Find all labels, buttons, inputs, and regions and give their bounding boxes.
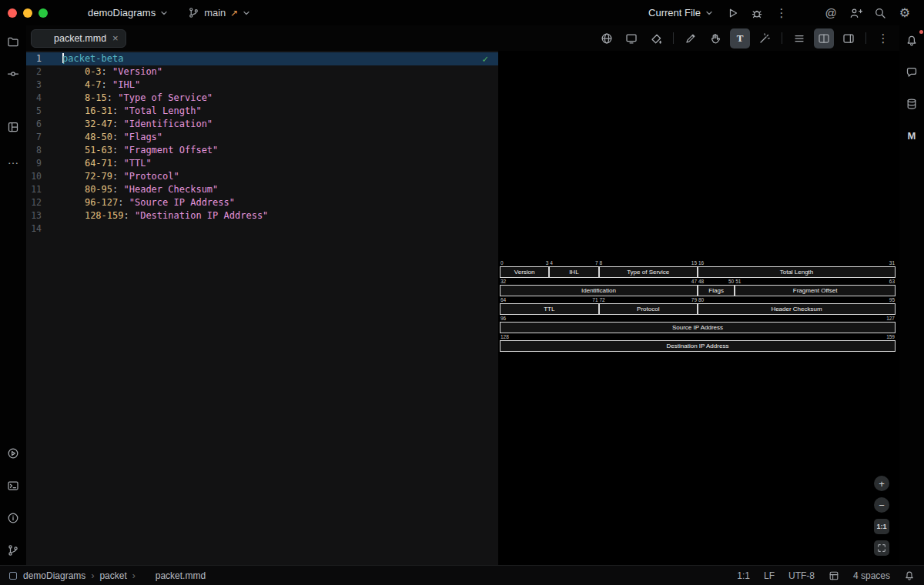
commit-panel-button[interactable] [3, 64, 23, 84]
layout-widget[interactable] [829, 570, 839, 581]
code-text: 51-63: "Fragment Offset" [42, 144, 498, 157]
breadcrumb-item[interactable]: packet [99, 570, 126, 581]
minimize-window-button[interactable] [23, 8, 32, 18]
code-line[interactable]: 12 96-127: "Source IP Address" [26, 196, 498, 209]
gear-icon: ⚙ [899, 7, 910, 19]
close-window-button[interactable] [8, 8, 17, 18]
problems-panel-button[interactable] [3, 508, 23, 528]
zoom-fit-button[interactable] [874, 540, 889, 556]
code-line[interactable]: 13 128-159: "Destination IP Address" [26, 209, 498, 222]
code-text: 64-71: "TTL" [42, 157, 498, 170]
code-line[interactable]: 7 48-50: "Flags" [26, 131, 498, 144]
code-line[interactable]: 6 32-47: "Identification" [26, 118, 498, 131]
code-line[interactable]: 5 16-31: "Total Length" [26, 105, 498, 118]
split-view-button[interactable] [814, 28, 834, 48]
caret-position-widget[interactable]: 1:1 [737, 570, 750, 581]
bit-start-label: 4 [550, 260, 553, 266]
plus-icon: + [879, 478, 885, 490]
mentions-button[interactable]: @ [821, 3, 841, 23]
debug-button[interactable] [747, 3, 767, 23]
breadcrumb[interactable]: demoDiagrams›packet› packet.mmd [23, 570, 206, 581]
zoom-actual-button[interactable]: 1:1 [874, 519, 889, 534]
edit-tool-button[interactable] [681, 28, 701, 48]
breadcrumb-separator: › [132, 570, 136, 581]
structure-panel-button[interactable] [3, 117, 23, 137]
source-view-button[interactable] [789, 28, 809, 48]
paint-bucket-icon [650, 32, 662, 45]
database-panel-button[interactable] [902, 94, 922, 114]
code-line[interactable]: 8 51-63: "Fragment Offset" [26, 144, 498, 157]
bit-labels-row: 324748505163 [500, 279, 896, 285]
ai-chat-panel-button[interactable] [902, 62, 922, 82]
bit-label-segment: 47 [549, 260, 598, 266]
globe-icon [601, 32, 613, 45]
theme-button[interactable] [597, 28, 617, 48]
editor-lines: 1packet-beta✓2 0-3: "Version"3 4-7: "IHL… [26, 52, 498, 236]
magic-wand-button[interactable] [755, 28, 775, 48]
search-button[interactable] [870, 3, 890, 23]
text-tool-button[interactable]: T [730, 28, 750, 48]
bit-label-segment: 128159 [500, 334, 896, 340]
line-number: 11 [26, 183, 42, 196]
packet-row: IdentificationFlagsFragment Offset [500, 285, 896, 296]
code-line[interactable]: 11 80-95: "Header Checksum" [26, 183, 498, 196]
preview-only-button[interactable] [839, 28, 859, 48]
run-panel-button[interactable] [3, 443, 23, 463]
bit-start-label: 16 [698, 260, 704, 266]
bit-end-label: 50 [728, 279, 734, 284]
encoding-widget[interactable]: UTF-8 [788, 570, 815, 581]
code-line[interactable]: 14 [26, 222, 498, 236]
diagram-preview[interactable]: 03478151631VersionIHLType of ServiceTota… [498, 51, 899, 565]
line-number: 1 [26, 52, 42, 65]
terminal-icon [7, 480, 19, 492]
bit-end-label: 159 [886, 334, 895, 339]
more-tools-button[interactable]: … [3, 149, 23, 169]
fullscreen-window-button[interactable] [38, 8, 48, 18]
code-text: 48-50: "Flags" [42, 131, 498, 144]
notifications-button[interactable] [902, 31, 922, 51]
fit-screen-icon [876, 543, 887, 553]
play-icon [726, 7, 738, 19]
zoom-in-button[interactable]: + [874, 476, 889, 491]
database-icon [906, 98, 918, 110]
code-line[interactable]: 1packet-beta✓ [26, 52, 498, 65]
indent-widget[interactable]: 4 spaces [853, 570, 890, 581]
code-line[interactable]: 3 4-7: "IHL" [26, 79, 498, 92]
status-bar: demoDiagrams›packet› packet.mmd 1:1 LF U… [0, 565, 924, 585]
tab-close-button[interactable]: × [111, 33, 119, 43]
zoom-out-button[interactable]: − [874, 497, 889, 513]
mermaid-panel-button[interactable]: M [902, 125, 922, 145]
project-switcher[interactable]: demoDiagrams [66, 5, 172, 22]
code-text [42, 222, 498, 236]
minus-icon: − [879, 500, 885, 511]
mention-icon: @ [825, 7, 836, 18]
code-line[interactable]: 9 64-71: "TTL" [26, 157, 498, 170]
terminal-panel-button[interactable] [3, 476, 23, 496]
screen-icon [625, 32, 638, 45]
breadcrumb-item[interactable]: demoDiagrams [23, 570, 85, 581]
pan-tool-button[interactable] [705, 28, 725, 48]
preview-more-button[interactable]: ⋮ [873, 28, 893, 48]
line-number: 2 [26, 65, 42, 79]
text-tool-icon: T [737, 32, 744, 45]
more-actions-button[interactable]: ⋮ [772, 3, 792, 23]
tab-packet-mmd[interactable]: packet.mmd × [31, 29, 126, 48]
code-editor[interactable]: 1packet-beta✓2 0-3: "Version"3 4-7: "IHL… [26, 51, 498, 565]
code-line[interactable]: 4 8-15: "Type of Service" [26, 92, 498, 105]
vcs-panel-button[interactable] [3, 540, 23, 560]
present-button[interactable] [621, 28, 641, 48]
files-panel-button[interactable] [3, 32, 23, 52]
code-line[interactable]: 10 72-79: "Protocol" [26, 170, 498, 183]
code-line[interactable]: 2 0-3: "Version" [26, 65, 498, 79]
line-number: 7 [26, 131, 42, 144]
fill-color-button[interactable] [646, 28, 666, 48]
breadcrumb-item[interactable]: packet.mmd [156, 570, 206, 581]
status-notifications-button[interactable] [904, 570, 915, 581]
run-button[interactable] [722, 3, 742, 23]
invite-collaborators-button[interactable] [845, 3, 865, 23]
branch-switcher[interactable]: main ↗ [183, 5, 255, 21]
settings-button[interactable]: ⚙ [895, 3, 915, 23]
line-ending-widget[interactable]: LF [764, 570, 775, 581]
run-config-selector[interactable]: Current File [644, 5, 718, 21]
info-icon [7, 512, 19, 524]
